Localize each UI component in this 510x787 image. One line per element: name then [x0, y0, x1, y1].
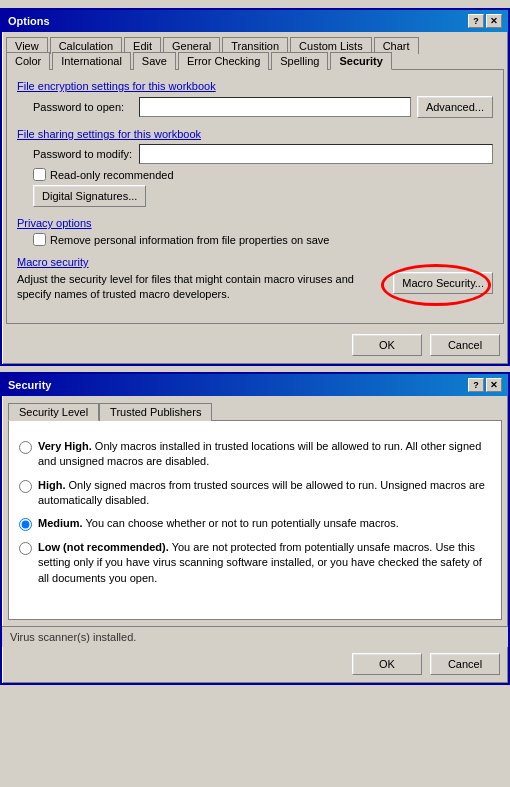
security-dialog-buttons: OK Cancel — [2, 647, 508, 683]
privacy-checkbox[interactable] — [33, 233, 46, 246]
radio-very-high: Very High. Only macros installed in trus… — [19, 439, 491, 470]
tab-security[interactable]: Security — [330, 52, 391, 70]
options-cancel-button[interactable]: Cancel — [430, 334, 500, 356]
security-close-button[interactable]: ✕ — [486, 378, 502, 392]
macro-security-link[interactable]: Macro security — [17, 256, 493, 268]
radio-high: High. Only signed macros from trusted so… — [19, 478, 491, 509]
security-title-bar: Security ? ✕ — [2, 374, 508, 396]
password-modify-input[interactable] — [139, 144, 493, 164]
tab-trusted-publishers[interactable]: Trusted Publishers — [99, 403, 212, 421]
virus-scanner-status: Virus scanner(s) installed. — [2, 626, 508, 647]
security-ok-button[interactable]: OK — [352, 653, 422, 675]
tab-spelling[interactable]: Spelling — [271, 52, 328, 70]
options-tab-content: File encryption settings for this workbo… — [6, 69, 504, 324]
password-to-modify-row: Password to modify: — [33, 144, 493, 164]
security-title-text: Security — [8, 379, 51, 391]
options-title-bar: Options ? ✕ — [2, 10, 508, 32]
security-cancel-button[interactable]: Cancel — [430, 653, 500, 675]
radio-medium-text: Medium. You can choose whether or not to… — [38, 516, 399, 531]
macro-security-wrapper: Macro Security... — [393, 272, 493, 294]
advanced-button[interactable]: Advanced... — [417, 96, 493, 118]
file-sharing-section: File sharing settings for this workbook … — [17, 128, 493, 207]
macro-security-section: Macro security Adjust the security level… — [17, 256, 493, 303]
macro-security-description: Adjust the security level for files that… — [17, 272, 385, 303]
radio-very-high-label: Very High. — [38, 440, 92, 452]
password-open-input[interactable] — [139, 97, 411, 117]
radio-high-input[interactable] — [19, 480, 32, 493]
radio-very-high-text: Very High. Only macros installed in trus… — [38, 439, 491, 470]
radio-medium-input[interactable] — [19, 518, 32, 531]
security-title: Security — [8, 379, 51, 391]
virus-scanner-text: Virus scanner(s) installed. — [10, 631, 136, 643]
radio-high-desc: Only signed macros from trusted sources … — [38, 479, 485, 506]
macro-security-row: Adjust the security level for files that… — [17, 272, 493, 303]
tabs-row-1: View Calculation Edit General Transition… — [2, 32, 508, 53]
tab-color[interactable]: Color — [6, 52, 50, 70]
privacy-label: Remove personal information from file pr… — [50, 234, 329, 246]
tab-security-level[interactable]: Security Level — [8, 403, 99, 421]
readonly-row: Read-only recommended — [33, 168, 493, 181]
password-modify-label: Password to modify: — [33, 148, 133, 160]
help-button[interactable]: ? — [468, 14, 484, 28]
radio-low-input[interactable] — [19, 542, 32, 555]
file-sharing-link[interactable]: File sharing settings for this workbook — [17, 128, 493, 140]
security-tabs: Security Level Trusted Publishers — [8, 402, 502, 420]
options-dialog-buttons: OK Cancel — [2, 328, 508, 364]
security-tab-content: Very High. Only macros installed in trus… — [8, 420, 502, 620]
radio-high-label: High. — [38, 479, 66, 491]
file-encryption-link[interactable]: File encryption settings for this workbo… — [17, 80, 493, 92]
radio-high-text: High. Only signed macros from trusted so… — [38, 478, 491, 509]
radio-low: Low (not recommended). You are not prote… — [19, 540, 491, 586]
tabs-row-2: Color International Save Error Checking … — [2, 51, 508, 69]
file-encryption-section: File encryption settings for this workbo… — [17, 80, 493, 118]
options-title: Options — [8, 15, 50, 27]
security-help-button[interactable]: ? — [468, 378, 484, 392]
title-controls: ? ✕ — [468, 14, 502, 28]
macro-security-button[interactable]: Macro Security... — [393, 272, 493, 294]
password-open-label: Password to open: — [33, 101, 133, 113]
security-dialog: Security ? ✕ Security Level Trusted Publ… — [0, 372, 510, 685]
options-title-text: Options — [8, 15, 50, 27]
radio-medium-label: Medium. — [38, 517, 83, 529]
tab-international[interactable]: International — [52, 52, 131, 70]
privacy-link[interactable]: Privacy options — [17, 217, 493, 229]
privacy-section: Privacy options Remove personal informat… — [17, 217, 493, 246]
radio-low-text: Low (not recommended). You are not prote… — [38, 540, 491, 586]
options-ok-button[interactable]: OK — [352, 334, 422, 356]
radio-very-high-input[interactable] — [19, 441, 32, 454]
close-button[interactable]: ✕ — [486, 14, 502, 28]
tab-save[interactable]: Save — [133, 52, 176, 70]
security-title-controls: ? ✕ — [468, 378, 502, 392]
digital-signatures-button[interactable]: Digital Signatures... — [33, 185, 146, 207]
privacy-checkbox-row: Remove personal information from file pr… — [33, 233, 493, 246]
radio-very-high-desc: Only macros installed in trusted locatio… — [38, 440, 481, 467]
password-to-open-row: Password to open: Advanced... — [33, 96, 493, 118]
radio-medium-desc: You can choose whether or not to run pot… — [83, 517, 399, 529]
radio-low-label: Low (not recommended). — [38, 541, 169, 553]
options-dialog: Options ? ✕ View Calculation Edit Genera… — [0, 8, 510, 366]
readonly-label: Read-only recommended — [50, 169, 174, 181]
readonly-checkbox[interactable] — [33, 168, 46, 181]
radio-medium: Medium. You can choose whether or not to… — [19, 516, 491, 531]
tab-error-checking[interactable]: Error Checking — [178, 52, 269, 70]
